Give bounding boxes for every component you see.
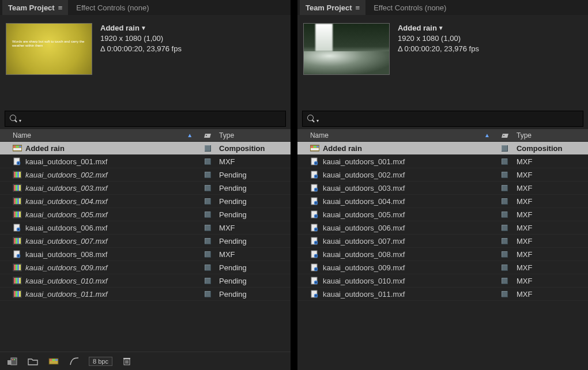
color-label-swatch[interactable] [502,225,508,231]
color-label-swatch[interactable] [205,251,211,258]
search-input[interactable]: ▾ [302,111,583,127]
clip-thumbnail[interactable]: Words are sharp but soft to touch and ca… [6,23,92,75]
panel-tabs: Team Project ≡ Effect Controls (none) [0,0,291,15]
tab-effect-controls[interactable]: Effect Controls (none) [70,0,154,15]
clip-title[interactable]: Added rain▼ [398,23,444,33]
item-type: Pending [216,197,291,206]
item-name: Added rain [25,144,65,153]
pending-icon [13,277,22,285]
item-name: kauai_outdoors_003.mxf [25,184,107,192]
list-item[interactable]: kauai_outdoors_001.mxf MXF [0,155,291,168]
list-item[interactable]: kauai_outdoors_007.mxf Pending [0,235,291,248]
tab-label: Team Project [306,3,352,12]
search-input[interactable]: ▾ [5,111,286,127]
color-label-swatch[interactable] [205,198,211,205]
list-item[interactable]: kauai_outdoors_010.mxf MXF [297,274,588,288]
item-type: Pending [216,171,291,179]
project-bit-depth-button[interactable]: 8 bpc [89,357,112,366]
color-label-swatch[interactable] [502,278,508,284]
list-item[interactable]: kauai_outdoors_008.mxf MXF [297,248,588,261]
column-header-name[interactable]: Name ▲ [308,131,497,139]
search-icon [10,115,18,123]
column-header-label[interactable] [199,131,216,139]
list-item[interactable]: kauai_outdoors_005.mxf Pending [0,208,291,221]
pending-icon [13,184,22,192]
column-header-type[interactable]: Type [513,131,588,139]
color-label-swatch[interactable] [205,172,211,178]
color-label-swatch[interactable] [205,225,211,231]
list-item[interactable]: kauai_outdoors_002.mxf Pending [0,168,291,182]
panel-divider[interactable] [291,0,297,370]
item-type: MXF [216,224,291,232]
color-label-swatch[interactable] [205,238,211,244]
new-adjustment-layer-button[interactable] [68,356,81,367]
list-item[interactable]: kauai_outdoors_006.mxf MXF [0,221,291,235]
list-item[interactable]: kauai_outdoors_011.mxf Pending [0,288,291,301]
clip-dimensions: 1920 x 1080 (1,00) [398,33,479,44]
item-type: Composition [513,144,588,153]
color-label-swatch[interactable] [205,278,211,284]
interpret-footage-button[interactable] [6,356,18,367]
list-item[interactable]: kauai_outdoors_003.mxf Pending [0,182,291,195]
color-label-swatch[interactable] [502,185,508,191]
list-item[interactable]: kauai_outdoors_004.mxf MXF [297,195,588,208]
tab-team-project[interactable]: Team Project ≡ [300,0,365,15]
chevron-down-icon[interactable]: ▼ [437,25,444,31]
color-label-swatch[interactable] [502,158,508,165]
list-item[interactable]: kauai_outdoors_006.mxf MXF [297,221,588,235]
list-item[interactable]: kauai_outdoors_002.mxf MXF [297,168,588,182]
pending-icon [13,290,22,298]
color-label-swatch[interactable] [502,145,508,152]
clip-title[interactable]: Added rain▼ [100,23,146,33]
tab-team-project[interactable]: Team Project ≡ [2,0,68,15]
clip-duration: Δ 0:00:00:20, 23,976 fps [398,44,479,54]
list-item[interactable]: kauai_outdoors_010.mxf Pending [0,274,291,288]
list-item[interactable]: kauai_outdoors_005.mxf MXF [297,208,588,221]
chevron-down-icon[interactable]: ▾ [316,118,319,123]
item-name: kauai_outdoors_008.mxf [323,250,405,259]
delete-button[interactable] [120,356,133,367]
tab-effect-controls[interactable]: Effect Controls (none) [368,0,452,15]
mxf-icon [13,250,22,258]
color-label-swatch[interactable] [502,265,508,271]
list-item[interactable]: kauai_outdoors_007.mxf MXF [297,235,588,248]
color-label-swatch[interactable] [502,212,508,218]
color-label-swatch[interactable] [205,265,211,271]
column-header-name[interactable]: Name ▲ [10,131,199,139]
list-item[interactable]: kauai_outdoors_011.mxf MXF [297,288,588,301]
panel-menu-icon[interactable]: ≡ [356,3,360,12]
list-item[interactable]: kauai_outdoors_003.mxf MXF [297,182,588,195]
list-item[interactable]: kauai_outdoors_009.mxf MXF [297,261,588,274]
mxf-icon [310,210,319,218]
item-type: Composition [216,144,291,153]
list-item[interactable]: Added rain Composition [297,142,588,155]
comp-icon [310,144,319,152]
mxf-icon [310,224,319,232]
color-label-swatch[interactable] [502,198,508,205]
chevron-down-icon[interactable]: ▼ [140,25,146,31]
column-header-type[interactable]: Type [216,131,291,139]
color-label-swatch[interactable] [502,238,508,244]
panel-menu-icon[interactable]: ≡ [58,3,63,12]
new-folder-button[interactable] [27,356,39,367]
mxf-icon [310,263,319,271]
color-label-swatch[interactable] [205,212,211,218]
list-item[interactable]: kauai_outdoors_009.mxf Pending [0,261,291,274]
chevron-down-icon[interactable]: ▾ [19,118,21,123]
color-label-swatch[interactable] [502,291,508,297]
list-item[interactable]: kauai_outdoors_001.mxf MXF [297,155,588,168]
color-label-swatch[interactable] [205,185,211,191]
pending-icon [13,237,22,245]
color-label-swatch[interactable] [502,251,508,258]
color-label-swatch[interactable] [205,291,211,297]
column-header-label[interactable] [497,131,513,139]
list-item[interactable]: kauai_outdoors_004.mxf Pending [0,195,291,208]
clip-thumbnail[interactable] [303,23,390,75]
item-type: MXF [513,171,588,179]
color-label-swatch[interactable] [205,158,211,165]
color-label-swatch[interactable] [205,145,211,152]
list-item[interactable]: kauai_outdoors_008.mxf MXF [0,248,291,261]
list-item[interactable]: Added rain Composition [0,142,291,155]
new-composition-button[interactable] [47,356,60,367]
color-label-swatch[interactable] [502,172,508,178]
